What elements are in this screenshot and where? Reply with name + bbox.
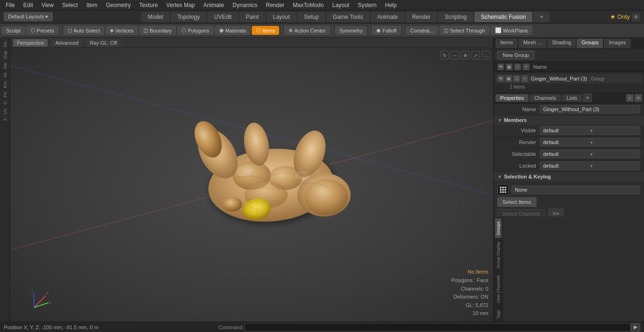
sidebar-item-dup[interactable]: Dup:: [3, 49, 8, 60]
rvt-group-display[interactable]: Group Display: [495, 239, 502, 271]
tab-model[interactable]: Model: [141, 12, 170, 22]
items-button[interactable]: ⬡ Items: [252, 26, 279, 35]
sidebar-item-uv[interactable]: UV:: [3, 106, 8, 115]
constraints-button[interactable]: Constrai...: [406, 26, 438, 35]
polygons-button[interactable]: ⬡ Polygons: [177, 26, 213, 35]
auto-select-button[interactable]: ◻ Auto Select: [64, 26, 104, 35]
rp-tab-shading[interactable]: Shading: [547, 39, 576, 48]
menu-geometry[interactable]: Geometry: [102, 1, 135, 9]
select-through-button[interactable]: ◫ Select Through: [439, 26, 489, 35]
tab-gametools[interactable]: Game Tools: [326, 12, 370, 22]
group-checkbox-icon[interactable]: ☐: [513, 75, 520, 82]
menu-help[interactable]: Help: [381, 1, 401, 9]
sidebar-item-em[interactable]: Em:: [3, 80, 8, 89]
pt-tab-properties[interactable]: Properties: [495, 94, 528, 102]
tab-layout[interactable]: Layout: [266, 12, 297, 22]
viewport-tab-advanced[interactable]: Advanced: [51, 39, 82, 47]
props-close-icon[interactable]: ✕: [635, 94, 642, 102]
members-section-header[interactable]: ▼ Members: [494, 115, 644, 125]
boundary-button[interactable]: ◫ Boundary: [139, 26, 176, 35]
pt-tab-lists[interactable]: Lists: [562, 94, 582, 102]
group-expand-icon[interactable]: +: [521, 75, 528, 82]
rp-tab-items[interactable]: Items: [495, 39, 518, 48]
vertices-button[interactable]: ◈ Vertices: [106, 26, 138, 35]
sel-forward-button[interactable]: >>: [548, 209, 563, 217]
presets-button[interactable]: ⬡ Presets: [26, 26, 58, 35]
viewport-canvas[interactable]: X Y Z ↻ ↔ ⊕ ⤢ … No Items Polygons : Face…: [10, 48, 493, 322]
prop-render-dropdown[interactable]: default ▾: [540, 138, 640, 146]
pt-add-btn[interactable]: +: [583, 93, 592, 102]
sidebar-item-ve[interactable]: Ve:: [3, 71, 8, 79]
rvt-tags[interactable]: Tags: [495, 307, 502, 322]
falloff-button[interactable]: ◉ Falloff: [372, 26, 401, 35]
default-layouts-dropdown[interactable]: Default Layouts ▾: [4, 12, 53, 21]
menu-animate[interactable]: Animate: [199, 1, 228, 9]
polygons-icon: ⬡: [182, 27, 186, 33]
menu-dynamics[interactable]: Dynamics: [229, 1, 261, 9]
group-item-ginger[interactable]: 👁 ◉ ☐ + Ginger_Without_Part (3) : Group: [495, 74, 642, 83]
prop-selectable-dropdown[interactable]: default ▾: [540, 150, 640, 158]
sidebar-item-me[interactable]: Me:: [3, 61, 8, 70]
separator-4: [369, 26, 370, 35]
tab-scripting[interactable]: Scripting: [438, 12, 473, 22]
materials-button[interactable]: ◉ Materials: [215, 26, 251, 35]
menu-view[interactable]: View: [38, 1, 58, 9]
viewport-tab-perspective[interactable]: Perspective: [13, 39, 48, 47]
viewport-tab-raygl[interactable]: Ray GL: Off: [86, 39, 121, 47]
symmetry-button[interactable]: Symmetry: [335, 26, 367, 35]
select-channels-button[interactable]: Select Channels: [497, 209, 545, 217]
tab-topology[interactable]: Topology: [171, 12, 206, 22]
command-input[interactable]: [244, 323, 631, 332]
tab-setup[interactable]: Setup: [297, 12, 325, 22]
menu-edit[interactable]: Edit: [19, 1, 37, 9]
sidebar-item-de[interactable]: De:: [3, 40, 8, 48]
settings-icon[interactable]: ⚙: [632, 13, 640, 21]
group-eye-icon[interactable]: 👁: [497, 75, 504, 82]
sculpt-button[interactable]: Sculpt: [2, 26, 25, 35]
tab-schematic-fusion[interactable]: Schematic Fusion: [474, 12, 532, 22]
tab-render[interactable]: Render: [405, 12, 437, 22]
menu-system[interactable]: System: [354, 1, 380, 9]
command-run-button[interactable]: ▶: [631, 323, 640, 332]
prop-name-input[interactable]: [540, 105, 640, 113]
group-render-icon[interactable]: ◉: [505, 75, 512, 82]
workplane-button[interactable]: ⬜ WorkPlane: [491, 26, 533, 35]
menu-item[interactable]: Item: [83, 1, 101, 9]
vp-ctrl-zoom[interactable]: ⊕: [461, 51, 470, 59]
prop-visible-dropdown[interactable]: default ▾: [540, 126, 640, 135]
new-group-button[interactable]: New Group: [497, 51, 534, 59]
menu-render[interactable]: Render: [262, 1, 288, 9]
rvt-user-channels[interactable]: User Channels: [495, 272, 502, 306]
sidebar-item-f[interactable]: F:: [3, 116, 8, 121]
star-only-btn[interactable]: ★ Only: [610, 13, 630, 20]
vp-ctrl-pan[interactable]: ↔: [451, 51, 459, 59]
sidebar-item-po[interactable]: Po:: [3, 90, 8, 98]
sel-keying-none-input[interactable]: [512, 186, 640, 194]
menu-select[interactable]: Select: [58, 1, 82, 9]
vp-ctrl-fit[interactable]: ⤢: [471, 51, 480, 59]
sidebar-item-c[interactable]: C:: [3, 99, 8, 105]
rp-tab-images[interactable]: Images: [604, 39, 630, 48]
menu-texture[interactable]: Texture: [135, 1, 161, 9]
prop-locked-dropdown[interactable]: default ▾: [540, 162, 640, 170]
pt-tab-channels[interactable]: Channels: [529, 94, 561, 102]
menu-layout[interactable]: Layout: [329, 1, 353, 9]
rp-tab-groups[interactable]: Groups: [577, 39, 603, 48]
sel-keying-header[interactable]: ▼ Selection & Keying: [494, 172, 644, 181]
rp-tab-mesh[interactable]: Mesh ...: [519, 39, 546, 48]
rvt-groups[interactable]: Groups: [495, 219, 502, 238]
vp-ctrl-rotate[interactable]: ↻: [440, 51, 449, 59]
action-center-button[interactable]: ⊕ Action Center: [284, 26, 330, 35]
select-items-button[interactable]: Select Items: [497, 197, 537, 207]
prop-selectable-value: default: [543, 151, 590, 157]
tab-animate[interactable]: Animate: [371, 12, 405, 22]
menu-file[interactable]: File: [2, 1, 18, 9]
menu-vertexmap[interactable]: Vertex Map: [163, 1, 199, 9]
tab-uvedit[interactable]: UVEdit: [207, 12, 238, 22]
status-gl: GL: 5,872: [451, 301, 488, 310]
menu-maxtomodo[interactable]: MaxToModo: [289, 1, 327, 9]
add-layout-tab[interactable]: +: [533, 12, 550, 22]
props-expand-icon[interactable]: ⤢: [626, 94, 634, 102]
vp-ctrl-more[interactable]: …: [482, 51, 490, 59]
tab-paint[interactable]: Paint: [239, 12, 265, 22]
